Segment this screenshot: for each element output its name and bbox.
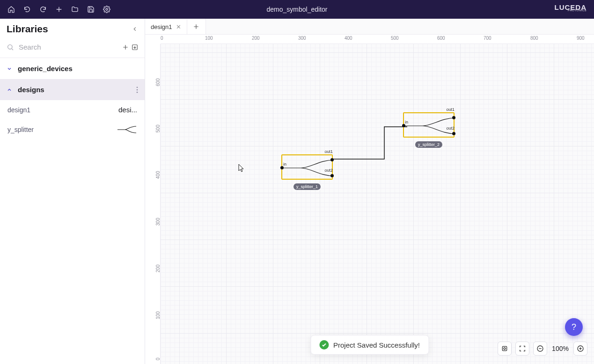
svg-rect-6	[502, 346, 506, 350]
zoom-in-button[interactable]	[573, 342, 587, 356]
library-item-design1[interactable]: design1 desi...	[0, 100, 145, 119]
toast-notification: Project Saved Successfully!	[310, 335, 429, 355]
search-input[interactable]	[19, 43, 117, 51]
project-title: demo_symbol_editor	[267, 6, 328, 13]
node-label: y_splitter_1	[293, 183, 321, 190]
save-icon[interactable]	[86, 5, 95, 14]
svg-point-4	[137, 89, 138, 90]
svg-point-5	[137, 91, 138, 93]
zoom-toolbar: 100%	[498, 342, 587, 356]
settings-icon[interactable]	[102, 5, 111, 14]
node-label: y_splitter_2	[415, 141, 442, 148]
canvas[interactable]: 600 500 400 300 200 100 0	[145, 44, 594, 364]
undo-icon[interactable]	[22, 5, 32, 14]
help-button[interactable]: ?	[565, 318, 583, 336]
tree-node-generic-devices[interactable]: generic_devices	[0, 58, 145, 79]
schematic-node-y-splitter-2[interactable]: in out1 out2 y_splitter_2	[403, 112, 455, 138]
add-icon[interactable]	[54, 5, 64, 14]
ruler-vertical: 600 500 400 300 200 100 0	[145, 44, 161, 364]
title-bar: demo_symbol_editor LUCEDA PHOTONICS	[0, 0, 594, 19]
folder-icon[interactable]	[70, 5, 80, 14]
mouse-cursor	[238, 164, 245, 172]
tab-bar: design1 ✕	[145, 19, 594, 35]
redo-icon[interactable]	[38, 5, 48, 14]
add-tab-button[interactable]	[187, 19, 206, 34]
tree-node-designs[interactable]: designs	[0, 79, 145, 100]
svg-point-3	[137, 87, 138, 88]
zoom-level: 100%	[551, 345, 570, 352]
library-item-y-splitter[interactable]: y_splitter	[0, 119, 145, 140]
import-library-icon[interactable]	[132, 44, 138, 51]
svg-point-1	[8, 44, 12, 49]
close-tab-icon[interactable]: ✕	[176, 23, 181, 30]
library-panel: Libraries	[0, 19, 145, 364]
ruler-horizontal: 0 100 200 300 400 500 600 700 800 900	[161, 35, 594, 44]
panel-title: Libraries	[7, 23, 48, 35]
chevron-down-icon	[7, 66, 13, 72]
brand-logo: LUCEDA PHOTONICS	[555, 4, 587, 12]
search-icon	[7, 44, 14, 51]
toast-message: Project Saved Successfully!	[333, 341, 420, 349]
svg-point-7	[504, 348, 506, 349]
add-library-icon[interactable]	[122, 44, 129, 51]
workarea: design1 ✕ 0 100 200 300 400 500 600 700 …	[145, 19, 594, 364]
zoom-fit-icon[interactable]	[498, 342, 512, 356]
success-check-icon	[319, 340, 329, 349]
zoom-extents-icon[interactable]	[515, 342, 529, 356]
chevron-up-icon	[7, 87, 13, 93]
tab-design1[interactable]: design1 ✕	[145, 19, 187, 34]
more-icon[interactable]	[136, 87, 138, 93]
y-splitter-symbol-icon	[117, 125, 137, 134]
svg-point-0	[106, 8, 108, 10]
home-icon[interactable]	[7, 5, 16, 14]
header-toolbar	[0, 5, 118, 14]
zoom-out-button[interactable]	[533, 342, 547, 356]
collapse-panel-icon[interactable]	[132, 26, 138, 32]
schematic-node-y-splitter-1[interactable]: in out1 out2 y_splitter_1	[281, 154, 333, 180]
